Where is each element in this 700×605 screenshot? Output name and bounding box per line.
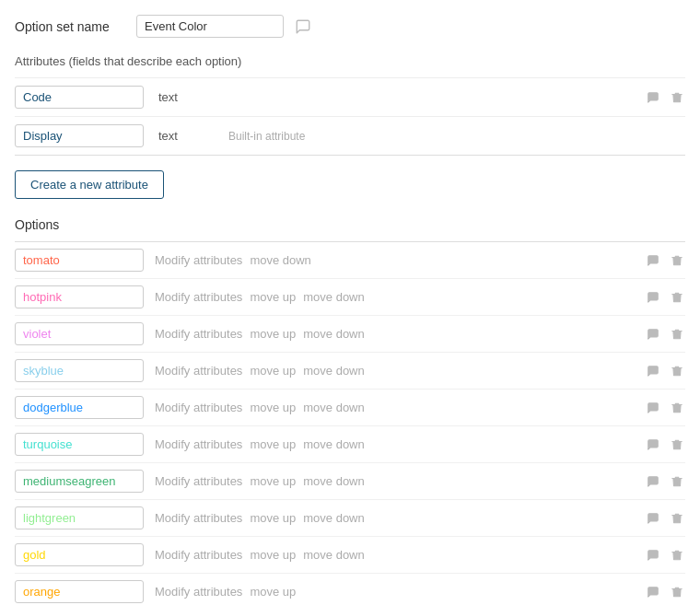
trash-icon bbox=[671, 254, 683, 267]
option-set-name-input[interactable] bbox=[136, 15, 284, 38]
move-up-link[interactable]: move up bbox=[250, 327, 296, 341]
comment-icon bbox=[647, 91, 659, 104]
move-up-link[interactable]: move up bbox=[250, 364, 296, 378]
comment-icon bbox=[647, 401, 659, 414]
comment-icon bbox=[647, 512, 659, 525]
option-comment-button[interactable] bbox=[645, 512, 661, 525]
trash-icon bbox=[671, 586, 683, 599]
move-down-link[interactable]: move down bbox=[303, 364, 364, 378]
attribute-name-input-code[interactable] bbox=[15, 86, 144, 109]
option-delete-button[interactable] bbox=[669, 512, 685, 525]
modify-attributes-link[interactable]: Modify attributes bbox=[155, 401, 242, 414]
option-delete-button[interactable] bbox=[669, 475, 685, 488]
option-icons bbox=[645, 438, 685, 451]
option-comment-button[interactable] bbox=[645, 401, 661, 414]
option-set-name-row: Option set name bbox=[15, 15, 685, 38]
option-name-input[interactable] bbox=[15, 396, 144, 419]
modify-attributes-link[interactable]: Modify attributes bbox=[155, 585, 242, 599]
comment-icon bbox=[647, 328, 659, 341]
move-down-link[interactable]: move down bbox=[303, 548, 364, 562]
option-action-links: Modify attributesmove upmove down bbox=[155, 548, 634, 562]
move-down-link[interactable]: move down bbox=[250, 253, 310, 267]
option-delete-button[interactable] bbox=[669, 254, 685, 267]
option-comment-button[interactable] bbox=[645, 438, 661, 451]
option-action-links: Modify attributesmove upmove down bbox=[155, 511, 634, 525]
option-name-input[interactable] bbox=[15, 506, 144, 529]
option-name-input[interactable] bbox=[15, 359, 144, 382]
modify-attributes-link[interactable]: Modify attributes bbox=[155, 327, 242, 341]
move-up-link[interactable]: move up bbox=[250, 585, 296, 599]
option-comment-button[interactable] bbox=[645, 328, 661, 341]
option-name-input[interactable] bbox=[15, 322, 144, 345]
move-down-link[interactable]: move down bbox=[303, 474, 364, 488]
option-set-comment-button[interactable] bbox=[295, 18, 311, 35]
trash-icon bbox=[671, 401, 683, 414]
attribute-delete-button-code[interactable] bbox=[669, 91, 685, 104]
option-delete-button[interactable] bbox=[669, 401, 685, 414]
option-delete-button[interactable] bbox=[669, 291, 685, 304]
option-delete-button[interactable] bbox=[669, 549, 685, 562]
move-down-link[interactable]: move down bbox=[303, 401, 364, 414]
option-icons bbox=[645, 475, 685, 488]
built-in-label: Built-in attribute bbox=[228, 130, 685, 143]
option-name-input[interactable] bbox=[15, 285, 144, 308]
modify-attributes-link[interactable]: Modify attributes bbox=[155, 474, 242, 488]
option-action-links: Modify attributesmove upmove down bbox=[155, 474, 634, 488]
attribute-type-code: text bbox=[158, 90, 214, 104]
option-delete-button[interactable] bbox=[669, 328, 685, 341]
option-icons bbox=[645, 328, 685, 341]
move-down-link[interactable]: move down bbox=[303, 327, 364, 341]
option-row: Modify attributesmove upmove down bbox=[15, 463, 685, 500]
move-down-link[interactable]: move down bbox=[303, 290, 364, 304]
move-down-link[interactable]: move down bbox=[303, 511, 364, 525]
modify-attributes-link[interactable]: Modify attributes bbox=[155, 437, 242, 451]
option-comment-button[interactable] bbox=[645, 365, 661, 378]
modify-attributes-link[interactable]: Modify attributes bbox=[155, 290, 242, 304]
move-up-link[interactable]: move up bbox=[250, 548, 296, 562]
option-comment-button[interactable] bbox=[645, 586, 661, 599]
attributes-section-label: Attributes (fields that describe each op… bbox=[15, 54, 685, 68]
attribute-name-input-display[interactable] bbox=[15, 124, 144, 147]
option-comment-button[interactable] bbox=[645, 549, 661, 562]
comment-icon bbox=[647, 291, 659, 304]
option-row: Modify attributesmove upmove down bbox=[15, 316, 685, 353]
move-up-link[interactable]: move up bbox=[250, 437, 296, 451]
move-up-link[interactable]: move up bbox=[250, 474, 296, 488]
attribute-row: text bbox=[15, 77, 685, 116]
option-delete-button[interactable] bbox=[669, 365, 685, 378]
move-up-link[interactable]: move up bbox=[250, 511, 296, 525]
option-icons bbox=[645, 254, 685, 267]
comment-icon bbox=[647, 475, 659, 488]
attribute-comment-button-code[interactable] bbox=[645, 91, 661, 104]
option-comment-button[interactable] bbox=[645, 254, 661, 267]
option-row: Modify attributesmove down bbox=[15, 242, 685, 279]
create-attribute-button[interactable]: Create a new attribute bbox=[15, 170, 164, 199]
option-row: Modify attributesmove upmove down bbox=[15, 353, 685, 390]
option-delete-button[interactable] bbox=[669, 586, 685, 599]
attribute-actions-code bbox=[645, 91, 685, 104]
option-action-links: Modify attributesmove upmove down bbox=[155, 401, 634, 414]
modify-attributes-link[interactable]: Modify attributes bbox=[155, 364, 242, 378]
option-icons bbox=[645, 549, 685, 562]
option-action-links: Modify attributesmove upmove down bbox=[155, 327, 634, 341]
option-name-input[interactable] bbox=[15, 470, 144, 493]
option-name-input[interactable] bbox=[15, 543, 144, 566]
option-comment-button[interactable] bbox=[645, 475, 661, 488]
modify-attributes-link[interactable]: Modify attributes bbox=[155, 253, 242, 267]
modify-attributes-link[interactable]: Modify attributes bbox=[155, 548, 242, 562]
option-delete-button[interactable] bbox=[669, 438, 685, 451]
move-up-link[interactable]: move up bbox=[250, 290, 296, 304]
option-name-input[interactable] bbox=[15, 433, 144, 456]
move-up-link[interactable]: move up bbox=[250, 401, 296, 414]
option-comment-button[interactable] bbox=[645, 291, 661, 304]
options-section: Modify attributesmove downModify attribu… bbox=[15, 241, 685, 605]
option-name-input[interactable] bbox=[15, 249, 144, 272]
move-down-link[interactable]: move down bbox=[303, 437, 364, 451]
option-set-name-label: Option set name bbox=[15, 19, 125, 34]
option-icons bbox=[645, 512, 685, 525]
trash-icon bbox=[671, 91, 683, 104]
option-row: Modify attributesmove upmove down bbox=[15, 390, 685, 426]
modify-attributes-link[interactable]: Modify attributes bbox=[155, 511, 242, 525]
option-name-input[interactable] bbox=[15, 580, 144, 603]
trash-icon bbox=[671, 438, 683, 451]
